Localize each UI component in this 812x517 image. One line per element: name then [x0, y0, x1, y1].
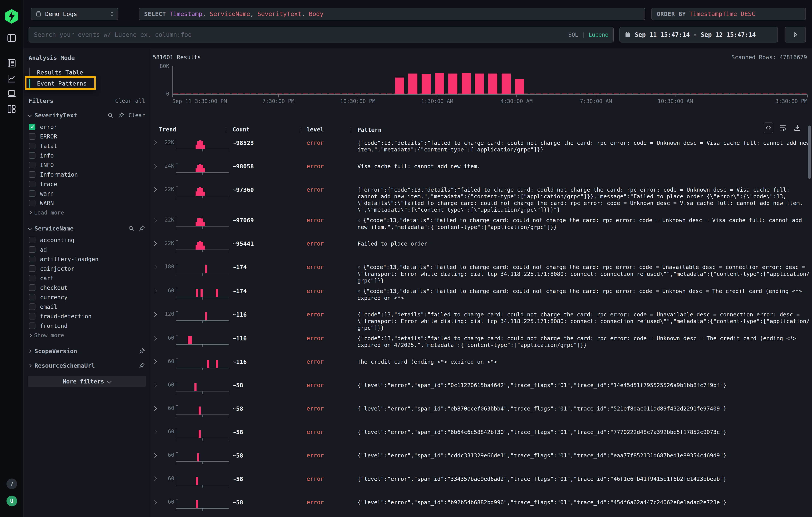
expand-row-chevron-icon[interactable] — [152, 430, 157, 434]
pattern-row[interactable]: 22K~98523error{"code":13,"details":"fail… — [150, 136, 812, 159]
pattern-row[interactable]: 22K~97360error{"error":{"code":13,"detai… — [150, 183, 812, 213]
checkbox-checked[interactable] — [29, 124, 35, 130]
filter-group-title[interactable]: ServiceName — [34, 225, 74, 232]
histogram-bar[interactable] — [488, 74, 497, 94]
expand-row-chevron-icon[interactable] — [152, 453, 157, 458]
expand-row-chevron-icon[interactable] — [152, 477, 157, 481]
filter-option-ad[interactable]: ad — [29, 245, 145, 254]
analysis-mode-event-patterns[interactable]: Event Patterns — [29, 78, 145, 89]
filter-option-cart[interactable]: cart — [29, 274, 145, 283]
column-drag-handle-icon[interactable]: ⋮ — [297, 126, 307, 133]
filter-group-title[interactable]: ResourceSchemaUrl — [34, 362, 95, 369]
pattern-row[interactable]: 22K~95441errorFailed to place order — [150, 237, 812, 260]
histogram-bar[interactable] — [408, 74, 417, 94]
pin-icon[interactable] — [139, 348, 145, 354]
histogram-bar[interactable] — [422, 74, 431, 94]
chevron-down-icon[interactable] — [28, 114, 31, 117]
expand-row-chevron-icon[interactable] — [152, 500, 157, 505]
checkbox-unchecked[interactable] — [29, 265, 35, 272]
expand-row-chevron-icon[interactable] — [152, 406, 157, 411]
filter-option-info[interactable]: info — [29, 151, 145, 160]
col-level[interactable]: level — [307, 126, 324, 133]
filter-option-warn[interactable]: warn — [29, 189, 145, 198]
checkbox-unchecked[interactable] — [29, 200, 35, 206]
sidebar-toggle-icon[interactable] — [6, 33, 17, 44]
checkbox-unchecked[interactable] — [29, 246, 35, 253]
filter-group-more-link[interactable]: Load more — [29, 208, 145, 217]
more-filters-button[interactable]: More filters — [28, 376, 146, 387]
filter-group-title[interactable]: ScopeVersion — [34, 348, 77, 354]
checkbox-unchecked[interactable] — [29, 284, 35, 291]
filter-option-accounting[interactable]: accounting — [29, 235, 145, 245]
histogram-bar[interactable] — [395, 78, 404, 94]
sessions-laptop-icon[interactable] — [6, 88, 17, 99]
filter-option-currency[interactable]: currency — [29, 292, 145, 302]
expand-row-chevron-icon[interactable] — [152, 359, 157, 364]
filter-option-checkout[interactable]: checkout — [29, 283, 145, 292]
col-trend[interactable]: Trend — [159, 126, 176, 133]
checkbox-unchecked[interactable] — [29, 171, 35, 178]
filter-option-artillery-loadgen[interactable]: artillery-loadgen — [29, 254, 145, 264]
clear-all-filters-link[interactable]: Clear all — [115, 97, 145, 104]
filter-option-fatal[interactable]: fatal — [29, 141, 145, 151]
expand-row-chevron-icon[interactable] — [152, 336, 157, 340]
lang-toggle-sql[interactable]: SQL — [568, 31, 578, 38]
chart-explorer-icon[interactable] — [6, 73, 17, 84]
pattern-row[interactable]: 60~58error{"level":"error","span_id":"cd… — [150, 449, 812, 472]
pattern-row[interactable]: 60~58error{"level":"error","span_id":"eb… — [150, 402, 812, 425]
pattern-row[interactable]: 60~58error{"level":"error","span_id":"6b… — [150, 425, 812, 449]
filter-option-error[interactable]: error — [29, 122, 145, 132]
histogram-bar[interactable] — [435, 73, 444, 94]
expand-row-chevron-icon[interactable] — [152, 187, 157, 192]
chevron-down-icon[interactable] — [28, 227, 31, 230]
checkbox-unchecked[interactable] — [29, 256, 35, 262]
pattern-row[interactable]: 120~116error{"code":13,"details":"failed… — [150, 308, 812, 331]
pattern-row[interactable]: 180~174error×{"code":13,"details":"faile… — [150, 260, 812, 284]
expand-row-chevron-icon[interactable] — [152, 218, 157, 222]
checkbox-unchecked[interactable] — [29, 322, 35, 329]
time-range-picker[interactable]: Sep 11 15:47:14 - Sep 12 15:47:14 — [619, 27, 778, 42]
expand-row-chevron-icon[interactable] — [152, 265, 157, 269]
column-drag-handle-icon[interactable]: ⋮ — [223, 126, 233, 133]
checkbox-unchecked[interactable] — [29, 313, 35, 319]
run-query-button[interactable] — [785, 27, 806, 42]
checkbox-unchecked[interactable] — [29, 275, 35, 281]
pattern-row[interactable]: 60~174error×{"code":13,"details":"failed… — [150, 284, 812, 308]
histogram-bar[interactable] — [448, 74, 457, 94]
pin-icon[interactable] — [139, 225, 145, 232]
expand-row-chevron-icon[interactable] — [152, 164, 157, 168]
pin-icon[interactable] — [118, 112, 124, 118]
wrap-lines-icon[interactable] — [778, 122, 788, 133]
histogram-bar[interactable] — [501, 74, 511, 94]
checkbox-unchecked[interactable] — [29, 152, 35, 159]
filter-group-clear-link[interactable]: Clear — [128, 112, 145, 118]
view-code-icon[interactable] — [764, 122, 773, 133]
dashboards-icon[interactable] — [6, 104, 17, 114]
results-histogram[interactable]: 80K 0 Sep 11 3:30:00 PM7:30:00 PM10:30:0… — [172, 66, 807, 95]
checkbox-unchecked[interactable] — [29, 181, 35, 187]
chevron-right-icon[interactable] — [28, 349, 31, 353]
sql-select-input[interactable]: SELECT Timestamp, ServiceName, SeverityT… — [139, 8, 645, 20]
filter-option-trace[interactable]: trace — [29, 179, 145, 189]
expand-row-chevron-icon[interactable] — [152, 140, 157, 145]
pattern-row[interactable]: 60~116error{"code":13,"details":"failed … — [150, 331, 812, 355]
chevron-right-icon[interactable] — [28, 364, 31, 367]
filter-option-WARN[interactable]: WARN — [29, 198, 145, 208]
checkbox-unchecked[interactable] — [29, 294, 35, 300]
expand-row-chevron-icon[interactable] — [152, 289, 157, 293]
checkbox-unchecked[interactable] — [29, 143, 35, 149]
app-logo-icon[interactable] — [4, 8, 19, 25]
col-count[interactable]: Count — [233, 126, 250, 133]
pattern-row[interactable]: 22K~97069error×{"code":13,"details":"fai… — [150, 213, 812, 237]
scrollbar-thumb[interactable] — [808, 125, 811, 179]
search-icon[interactable] — [107, 112, 114, 118]
pattern-row[interactable]: 60~58error{"level":"error","span_id":"b9… — [150, 495, 812, 517]
pattern-row[interactable]: 60~58error{"level":"error","span_id":"33… — [150, 472, 812, 495]
pin-icon[interactable] — [139, 362, 145, 369]
pattern-row[interactable]: 60~58error{"level":"error","span_id":"0c… — [150, 378, 812, 402]
expand-row-chevron-icon[interactable] — [152, 241, 157, 246]
filter-option-cainjector[interactable]: cainjector — [29, 264, 145, 274]
filter-option-frontend[interactable]: frontend — [29, 321, 145, 331]
user-avatar[interactable]: U — [6, 496, 17, 506]
source-select[interactable]: Demo Logs — [31, 8, 118, 20]
